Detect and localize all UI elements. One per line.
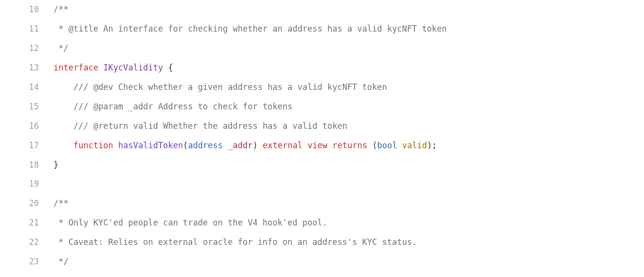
line-content: /** <box>54 194 644 213</box>
token: address <box>188 140 223 150</box>
code-block: 10/**11 * @title An interface for checki… <box>0 0 644 272</box>
token: } <box>54 160 58 170</box>
token: external <box>263 140 303 150</box>
token <box>327 140 332 150</box>
code-line: 10/** <box>0 0 644 19</box>
line-content: function hasValidToken(address _addr) ex… <box>54 136 644 156</box>
token: ( <box>183 140 188 150</box>
token: ); <box>427 140 437 150</box>
line-content: /** <box>54 0 644 19</box>
line-number: 11 <box>0 19 54 39</box>
line-content: * @title An interface for checking wheth… <box>54 19 644 39</box>
code-line: 17 function hasValidToken(address _addr)… <box>0 136 644 156</box>
line-content: */ <box>54 39 644 58</box>
token: /** <box>54 198 69 208</box>
line-content: } <box>54 156 644 175</box>
code-line: 21 * Only KYC'ed people can trade on the… <box>0 213 644 233</box>
token: * Caveat: Relies on external oracle for … <box>54 237 417 247</box>
token: ( <box>367 140 377 150</box>
code-line: 15 /// @param _addr Address to check for… <box>0 97 644 117</box>
token: /** <box>54 4 69 14</box>
line-content: /// @param _addr Address to check for to… <box>54 97 644 117</box>
token: view <box>307 140 327 150</box>
code-line: 20/** <box>0 194 644 213</box>
line-number: 18 <box>0 156 54 175</box>
code-line: 12 */ <box>0 39 644 58</box>
token <box>113 140 118 150</box>
line-content: * Only KYC'ed people can trade on the V4… <box>54 213 644 233</box>
token <box>98 63 103 72</box>
code-line: 22 * Caveat: Relies on external oracle f… <box>0 233 644 252</box>
code-line: 13interface IKycValidity { <box>0 58 644 78</box>
token <box>397 140 402 150</box>
line-content: * Caveat: Relies on external oracle for … <box>54 233 644 252</box>
line-content: /// @dev Check whether a given address h… <box>54 78 644 97</box>
code-line: 23 */ <box>0 252 644 272</box>
token: _addr <box>228 140 252 150</box>
token: /// @dev Check whether a given address h… <box>73 82 387 92</box>
line-number: 10 <box>0 0 54 19</box>
line-number: 23 <box>0 252 54 272</box>
token: /// @param _addr Address to check for to… <box>73 102 292 111</box>
line-content: */ <box>54 252 644 272</box>
line-number: 14 <box>0 78 54 97</box>
token: function <box>73 140 113 150</box>
code-line: 14 /// @dev Check whether a given addres… <box>0 78 644 97</box>
token: * Only KYC'ed people can trade on the V4… <box>54 218 327 227</box>
token: hasValidToken <box>118 140 183 150</box>
code-line: 19 <box>0 174 644 194</box>
token: valid <box>402 140 427 150</box>
token: returns <box>332 140 367 150</box>
line-number: 19 <box>0 174 54 194</box>
token: bool <box>377 140 397 150</box>
token: interface <box>54 63 98 72</box>
line-content <box>54 174 644 194</box>
line-number: 13 <box>0 58 54 78</box>
token: IKycValidity <box>103 63 163 72</box>
token <box>303 140 307 150</box>
token <box>258 140 263 150</box>
token: { <box>163 63 173 72</box>
token <box>223 140 228 150</box>
token: */ <box>54 43 69 53</box>
token: /// @return valid Whether the address ha… <box>73 121 347 131</box>
line-number: 20 <box>0 194 54 213</box>
token: * @title An interface for checking wheth… <box>54 24 447 34</box>
line-number: 21 <box>0 213 54 233</box>
token: ) <box>253 140 258 150</box>
line-number: 22 <box>0 233 54 252</box>
line-content: /// @return valid Whether the address ha… <box>54 117 644 136</box>
line-number: 15 <box>0 97 54 117</box>
line-number: 12 <box>0 39 54 58</box>
code-line: 11 * @title An interface for checking wh… <box>0 19 644 39</box>
code-line: 18} <box>0 156 644 175</box>
line-number: 16 <box>0 117 54 136</box>
token: */ <box>54 257 69 266</box>
line-number: 17 <box>0 136 54 156</box>
code-line: 16 /// @return valid Whether the address… <box>0 117 644 136</box>
line-content: interface IKycValidity { <box>54 58 644 78</box>
